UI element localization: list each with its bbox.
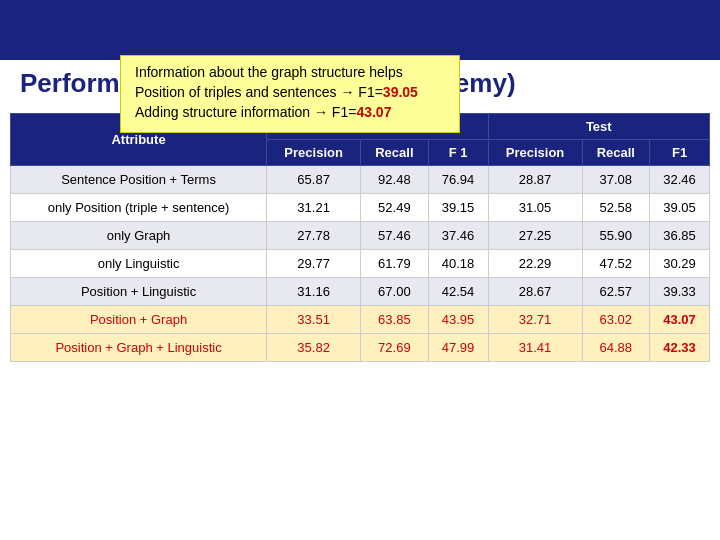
value-cell: 27.25	[488, 222, 582, 250]
value-cell: 28.67	[488, 278, 582, 306]
col-header-test-f1: F1	[650, 140, 710, 166]
tooltip-line3: Adding structure information → F1=43.07	[135, 104, 445, 120]
table-row: only Linguistic29.7761.7940.1822.2947.52…	[11, 250, 710, 278]
f1-highlight: 42.33	[663, 340, 696, 355]
value-cell: 27.78	[267, 222, 361, 250]
tooltip-line1: Information about the graph structure he…	[135, 64, 445, 80]
value-cell: 55.90	[582, 222, 649, 250]
table-row: Position + Linguistic31.1667.0042.5428.6…	[11, 278, 710, 306]
value-cell: 22.29	[488, 250, 582, 278]
top-bar	[0, 0, 720, 60]
tooltip-box: Information about the graph structure he…	[120, 55, 460, 133]
value-cell: 39.15	[428, 194, 488, 222]
col-header-dev-precision: Precision	[267, 140, 361, 166]
col-header-test-recall: Recall	[582, 140, 649, 166]
value-cell: 35.82	[267, 334, 361, 362]
value-cell: 76.94	[428, 166, 488, 194]
value-cell: 63.85	[361, 306, 428, 334]
value-cell: 67.00	[361, 278, 428, 306]
attribute-cell: only Graph	[11, 222, 267, 250]
col-header-test-precision: Precision	[488, 140, 582, 166]
value-cell: 52.58	[582, 194, 649, 222]
value-cell: 62.57	[582, 278, 649, 306]
value-cell: 72.69	[361, 334, 428, 362]
value-cell: 42.33	[650, 334, 710, 362]
tooltip-f1-val2: 43.07	[356, 104, 391, 120]
value-cell: 31.05	[488, 194, 582, 222]
value-cell: 40.18	[428, 250, 488, 278]
value-cell: 37.08	[582, 166, 649, 194]
value-cell: 32.71	[488, 306, 582, 334]
col-header-dev-f1: F 1	[428, 140, 488, 166]
value-cell: 64.88	[582, 334, 649, 362]
attribute-cell: Position + Graph + Linguistic	[11, 334, 267, 362]
value-cell: 29.77	[267, 250, 361, 278]
value-cell: 47.99	[428, 334, 488, 362]
attribute-cell: Position + Linguistic	[11, 278, 267, 306]
tooltip-f1-val1: 39.05	[383, 84, 418, 100]
value-cell: 92.48	[361, 166, 428, 194]
value-cell: 47.52	[582, 250, 649, 278]
table-row: only Graph27.7857.4637.4627.2555.9036.85	[11, 222, 710, 250]
value-cell: 65.87	[267, 166, 361, 194]
value-cell: 33.51	[267, 306, 361, 334]
value-cell: 57.46	[361, 222, 428, 250]
value-cell: 32.46	[650, 166, 710, 194]
attribute-cell: only Linguistic	[11, 250, 267, 278]
tooltip-line3-prefix: Adding structure information → F1=	[135, 104, 356, 120]
value-cell: 39.33	[650, 278, 710, 306]
table-row: Position + Graph33.5163.8543.9532.7163.0…	[11, 306, 710, 334]
value-cell: 61.79	[361, 250, 428, 278]
value-cell: 36.85	[650, 222, 710, 250]
table-row: Position + Graph + Linguistic35.8272.694…	[11, 334, 710, 362]
col-header-dev-recall: Recall	[361, 140, 428, 166]
col-header-test: Test	[488, 114, 709, 140]
value-cell: 31.41	[488, 334, 582, 362]
value-cell: 37.46	[428, 222, 488, 250]
value-cell: 30.29	[650, 250, 710, 278]
value-cell: 42.54	[428, 278, 488, 306]
attribute-cell: Position + Graph	[11, 306, 267, 334]
table-row: only Position (triple + sentence)31.2152…	[11, 194, 710, 222]
value-cell: 31.16	[267, 278, 361, 306]
value-cell: 43.95	[428, 306, 488, 334]
results-table: Attribute Dev Test Precision Recall F 1 …	[10, 113, 710, 362]
value-cell: 43.07	[650, 306, 710, 334]
attribute-cell: only Position (triple + sentence)	[11, 194, 267, 222]
f1-highlight: 43.07	[663, 312, 696, 327]
tooltip-line2-prefix: Position of triples and sentences → F1=	[135, 84, 383, 100]
table-container: Attribute Dev Test Precision Recall F 1 …	[10, 113, 710, 362]
tooltip-line2: Position of triples and sentences → F1=3…	[135, 84, 445, 100]
value-cell: 31.21	[267, 194, 361, 222]
value-cell: 39.05	[650, 194, 710, 222]
value-cell: 28.87	[488, 166, 582, 194]
value-cell: 63.02	[582, 306, 649, 334]
value-cell: 52.49	[361, 194, 428, 222]
table-row: Sentence Position + Terms65.8792.4876.94…	[11, 166, 710, 194]
attribute-cell: Sentence Position + Terms	[11, 166, 267, 194]
